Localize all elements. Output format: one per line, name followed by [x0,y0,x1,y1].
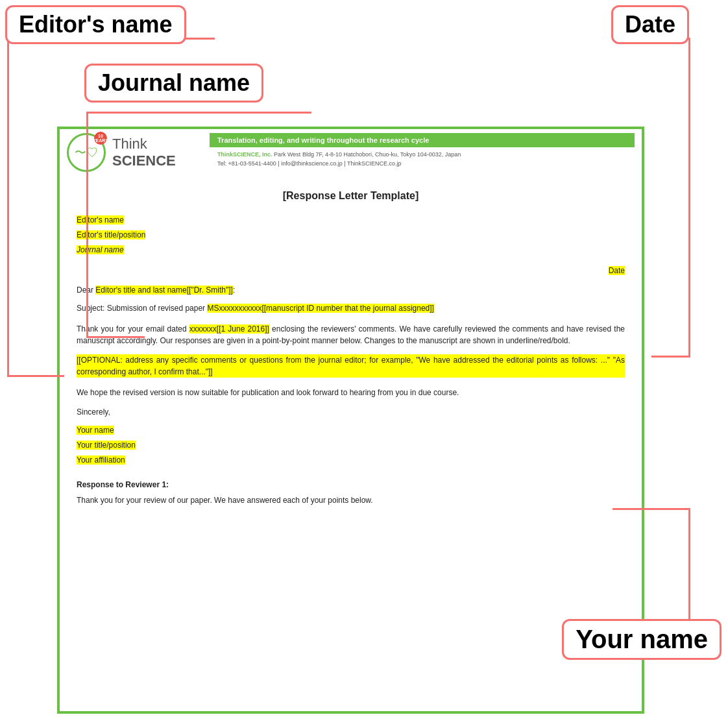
logo-years-sub: YEARS [93,138,108,143]
editors-name-value: Editor's name [77,215,124,224]
document-header: 10 YEARS 〜♡ Think SCIENCE Translation, e… [57,127,644,172]
address-text: Park West Bldg 7F, 4-8-10 Hatchobori, Ch… [274,151,461,158]
logo-think: Think [112,136,176,152]
editors-name-bracket-bottom [7,375,64,377]
closing-paragraph: We hope the revised version is now suita… [77,387,625,398]
date-annotation: Date [611,5,689,44]
your-name-bracket-top [613,508,690,510]
logo-badge: 10 YEARS [94,132,107,145]
reviewer-thanks: Thank you for your review of our paper. … [77,494,625,506]
your-affiliation-field: Your affiliation [77,454,625,466]
logo-years: 10 [98,134,103,138]
email-date: xxxxxxx[[1 June 2016]] [189,324,269,334]
letter-title: [Response Letter Template] [77,188,625,204]
optional-block: [[OPTIONAL: address any specific comment… [77,354,625,378]
logo-area: 10 YEARS 〜♡ Think SCIENCE [67,133,210,172]
header-address: ThinkSCIENCE, Inc. Park West Bldg 7F, 4-… [210,147,635,171]
reviewer-title: Response to Reviewer 1: [77,479,625,491]
journal-name-bracket-top [86,112,311,114]
reviewer-section: Response to Reviewer 1: Thank you for yo… [77,479,625,506]
dear-line: Dear Editor's title and last name[["Dr. … [77,284,625,296]
journal-name-annotation: Journal name [84,64,263,103]
date-field: Date [77,265,625,276]
date-value: Date [609,266,625,275]
header-tagline: Translation, editing, and writing throug… [210,133,635,147]
your-title-value: Your title/position [77,441,136,450]
document-content: 10 YEARS 〜♡ Think SCIENCE Translation, e… [57,127,644,714]
logo-science: SCIENCE [112,152,176,169]
logo-text: Think SCIENCE [112,136,176,169]
editors-title-field: Editor's title/position [77,229,625,241]
your-title-field: Your title/position [77,439,625,451]
header-right: Translation, editing, and writing throug… [210,133,635,172]
editors-name-field: Editor's name [77,214,625,226]
dear-name: Editor's title and last name[["Dr. Smith… [95,285,233,295]
journal-name-field: Journal name [77,244,625,256]
company-name: ThinkSCIENCE, Inc. [217,151,273,158]
manuscript-id: MSxxxxxxxxxxx[[manuscript ID number that… [207,304,433,313]
journal-name-bracket-vertical [86,112,88,337]
tel-text: Tel: +81-03-5541-4400 | info@thinkscienc… [217,160,402,167]
subject-line: Subject: Submission of revised paper MSx… [77,302,625,314]
letter-body: [Response Letter Template] Editor's name… [57,185,644,524]
body-paragraph-1: Thank you for your email dated xxxxxxx[[… [77,323,625,346]
editors-name-bracket-vertical [7,38,9,376]
your-name-field: Your name [77,424,625,436]
editors-name-annotation: Editor's name [5,5,186,44]
sincerely-line: Sincerely, [77,406,625,418]
journal-name-value: Journal name [77,245,124,254]
your-affiliation-value: Your affiliation [77,455,125,465]
date-bracket-vertical [688,38,690,357]
your-name-value: Your name [77,426,114,435]
date-bracket-bottom [651,356,690,358]
journal-name-bracket-bottom [86,336,145,338]
your-name-annotation: Your name [562,619,722,660]
